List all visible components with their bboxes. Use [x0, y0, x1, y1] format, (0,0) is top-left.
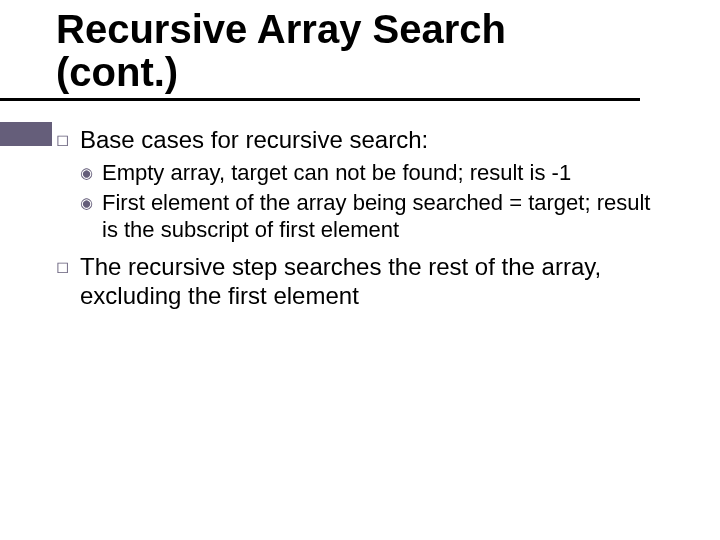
square-bullet-icon: ◻ [56, 252, 80, 282]
bullet-text: Empty array, target can not be found; re… [102, 159, 664, 187]
sub-bullet-group: ◉ Empty array, target can not be found; … [80, 159, 664, 244]
slide-title: Recursive Array Search (cont.) [56, 8, 676, 94]
body-text: ◻ Base cases for recursive search: ◉ Emp… [56, 125, 664, 310]
title-block: Recursive Array Search (cont.) [56, 8, 676, 101]
dot-circle-bullet-icon: ◉ [80, 159, 102, 186]
bullet-level1: ◻ The recursive step searches the rest o… [56, 252, 664, 311]
bullet-level2: ◉ Empty array, target can not be found; … [80, 159, 664, 187]
dot-circle-bullet-icon: ◉ [80, 189, 102, 216]
bullet-text: Base cases for recursive search: [80, 125, 664, 154]
slide: Recursive Array Search (cont.) ◻ Base ca… [0, 8, 720, 540]
bullet-level1: ◻ Base cases for recursive search: [56, 125, 664, 155]
bullet-text: First element of the array being searche… [102, 189, 664, 244]
title-underline [0, 98, 640, 101]
title-line-1: Recursive Array Search [56, 7, 506, 51]
bullet-level2: ◉ First element of the array being searc… [80, 189, 664, 244]
title-line-2: (cont.) [56, 50, 178, 94]
accent-bar [0, 122, 52, 146]
bullet-text: The recursive step searches the rest of … [80, 252, 664, 311]
square-bullet-icon: ◻ [56, 125, 80, 155]
